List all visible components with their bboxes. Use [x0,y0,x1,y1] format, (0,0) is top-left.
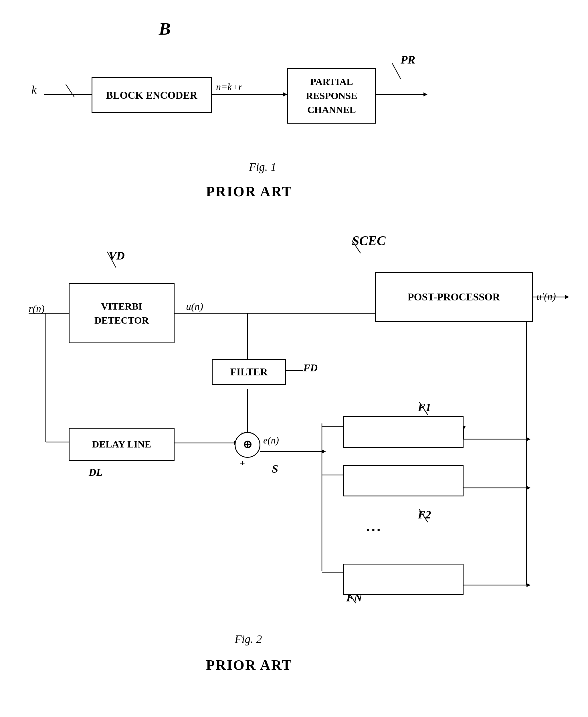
svg-line-7 [392,63,401,79]
delay-line-label: DELAY LINE [92,439,151,450]
filter-label: FILTER [230,366,268,378]
page: B k BLOCK ENCODER n=k+r PARTIALRESPONSEC… [0,0,588,717]
svg-marker-6 [423,92,427,97]
f1-label: F1 [418,401,431,414]
fig1-prior-art: PRIOR ART [206,183,292,200]
fig2-caption: Fig. 2 [235,632,262,646]
vd-label: VD [109,249,125,262]
partial-response-label: PARTIALRESPONSECHANNEL [306,75,357,117]
fig1-caption: Fig. 1 [249,160,276,174]
scec-label: SCEC [352,233,386,248]
svg-marker-26 [322,449,326,454]
fn-subfilter-box [343,564,464,595]
rn-label: r(n) [28,303,45,315]
fig1-k-label: k [31,83,37,97]
un-label: u(n) [186,300,203,312]
uprime-label: u′(n) [537,290,556,302]
block-encoder-box: BLOCK ENCODER [91,77,212,113]
block-encoder-label: BLOCK ENCODER [106,89,197,101]
adder-circle: ⊕ [235,432,260,458]
svg-marker-46 [565,295,569,299]
fig1-pr-label: PR [401,53,415,66]
svg-marker-40 [526,486,530,490]
viterbi-label: VITERBIDETECTOR [94,299,149,328]
svg-line-2 [66,84,75,97]
en-label: e(n) [263,435,279,446]
filter-box: FILTER [212,359,286,385]
dl-label: DL [89,466,102,478]
minus-label: − [240,428,246,438]
fd-label: FD [303,362,318,374]
svg-marker-4 [283,92,287,97]
dots-label: ... [366,518,382,534]
fig1-n-label: n=k+r [216,82,242,92]
svg-marker-36 [526,437,530,441]
fig2-prior-art: PRIOR ART [206,657,292,673]
f1-subfilter-box [343,416,464,448]
viterbi-box: VITERBIDETECTOR [69,283,174,343]
delay-line-box: DELAY LINE [69,428,174,461]
fig1-title-b: B [159,19,170,39]
post-processor-label: POST-PROCESSOR [408,291,500,303]
plus-label: + [240,458,245,468]
f2-label: F2 [418,508,431,521]
s-label: S [272,462,278,476]
adder-symbol: ⊕ [243,438,252,451]
partial-response-box: PARTIALRESPONSECHANNEL [287,68,376,124]
svg-marker-42 [526,583,530,587]
f2-subfilter-box [343,465,464,497]
post-processor-box: POST-PROCESSOR [375,272,533,322]
